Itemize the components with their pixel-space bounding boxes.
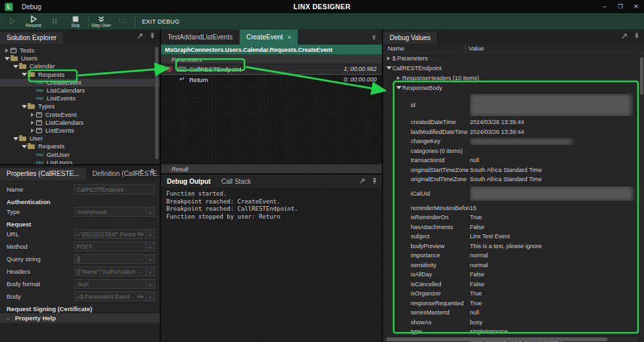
debug-value-row[interactable]: typesingleInstance [383, 327, 644, 337]
debug-value-row[interactable]: hasAttachmentsFalse [383, 223, 644, 232]
property-input-body[interactable]: =$.Parameters.Event≡x [74, 291, 146, 301]
function-node-return[interactable]: ↵Return0; 00:00.000 [161, 75, 382, 85]
tree-item-getuser[interactable]: FNCGetUser [0, 150, 160, 158]
expanded-arrow-icon[interactable] [20, 145, 28, 148]
tree-item-user[interactable]: User [0, 135, 160, 142]
debug-value-row[interactable]: isAllDayFalse [383, 270, 644, 280]
debug-value-row[interactable]: originalStartTimeZoneSouth Africa Standa… [383, 165, 644, 175]
dropdown-chevron-icon[interactable]: ⌄ [146, 229, 155, 239]
tab-properties[interactable]: Properties (CallRESTE... [0, 168, 86, 180]
collapsed-arrow-icon[interactable] [29, 129, 36, 133]
result-bar[interactable]: Result [161, 164, 382, 173]
function-node-callrestendpoint[interactable]: RESTCallRESTEndpoint1; 00:00.982 [161, 64, 382, 75]
parameters-bar[interactable]: Parameters [161, 54, 382, 64]
minimize-button[interactable]: – [597, 0, 612, 13]
debug-value-row[interactable]: transactionIdnull [383, 156, 644, 165]
close-button[interactable]: ✕ [628, 0, 644, 13]
pin-icon[interactable] [371, 178, 378, 184]
tree-item-listevents[interactable]: ListEvents [0, 127, 160, 135]
debug-value-row[interactable]: bodyPreviewThis is a test, please ignore [383, 242, 644, 251]
collapsed-arrow-icon[interactable] [395, 76, 402, 80]
toolbar-button-stop[interactable]: Stop [65, 13, 86, 30]
tree-item-calendar[interactable]: Calendar [0, 62, 160, 70]
expanded-arrow-icon[interactable] [12, 137, 19, 140]
debug-value-row[interactable]: importancenormal [383, 251, 644, 261]
tree-item-listusers[interactable]: FNCListUsers [0, 159, 160, 164]
property-input-headers[interactable]: [{"Name":"Authorization","V… [74, 267, 146, 276]
debug-value-row[interactable]: isCancelledFalse [383, 280, 644, 289]
tree-item-creteevent[interactable]: CreteEvent [0, 111, 160, 119]
debug-value-row[interactable]: responseRequestedTrue [383, 299, 644, 309]
pin-icon[interactable] [149, 33, 156, 39]
column-value[interactable]: Value [465, 44, 644, 53]
tab-testaddandlistevents[interactable]: TestAddandListEvents [161, 30, 240, 45]
debug-value-row[interactable]: showAsbusy [383, 318, 644, 328]
column-name[interactable]: Name [383, 44, 465, 53]
debug-value-node-responsebody[interactable]: ResponseBody [383, 83, 644, 93]
debug-value-row[interactable]: isReminderOnTrue [383, 213, 644, 223]
dropdown-chevron-icon[interactable]: ⌄ [146, 254, 155, 264]
breakpoint-gutter[interactable] [161, 66, 177, 72]
tree-item-tests[interactable]: Tests [0, 47, 160, 54]
expression-editor-icon[interactable]: ≡x [137, 231, 143, 237]
tree-item-listevents[interactable]: FNCListEvents [0, 95, 160, 102]
vertical-scrollbar[interactable] [640, 53, 643, 336]
expanded-arrow-icon[interactable] [385, 66, 392, 70]
tree-item-listcalendars[interactable]: FNCListCalendars [0, 87, 160, 95]
debug-value-row[interactable]: sensitivitynormal [383, 261, 644, 270]
property-input-method[interactable]: POST [74, 242, 146, 251]
debug-value-row[interactable]: originalEndTimeZoneSouth Africa Standard… [383, 175, 644, 184]
dropdown-chevron-icon[interactable]: ⌄ [146, 267, 155, 276]
dropdown-chevron-icon[interactable]: ⌄ [146, 242, 155, 251]
ellipsis-icon[interactable]: … [138, 268, 143, 274]
debug-value-row[interactable]: lastModifiedDateTime2024/03/26 13:39:44 [383, 127, 644, 137]
expanded-arrow-icon[interactable] [20, 73, 28, 76]
expanded-arrow-icon[interactable] [20, 105, 28, 108]
pin-icon[interactable] [149, 169, 156, 175]
debug-value-row[interactable]: seriesMasterIdnull [383, 308, 644, 318]
debug-value-row[interactable]: iCalUId [383, 184, 644, 203]
dropdown-chevron-icon[interactable]: ⌄ [146, 291, 155, 301]
expanded-arrow-icon[interactable] [395, 86, 402, 89]
tree-item-requests[interactable]: Requests [0, 71, 160, 79]
expression-editor-icon[interactable]: ≡x [137, 293, 143, 299]
tab-debug-output[interactable]: Debug Output [167, 178, 211, 185]
collapsed-arrow-icon[interactable] [29, 121, 36, 125]
breakpoint-icon[interactable] [166, 66, 172, 72]
pin-icon[interactable] [633, 33, 640, 39]
property-input-query-string[interactable]: []… [74, 254, 146, 264]
restore-button[interactable]: ❐ [612, 0, 628, 13]
collapsed-arrow-icon[interactable] [3, 49, 11, 53]
solution-explorer-scrollbar[interactable] [155, 47, 158, 159]
tree-item-users[interactable]: Users [0, 54, 160, 62]
popout-icon[interactable] [137, 33, 143, 39]
expanded-arrow-icon[interactable] [12, 65, 19, 68]
tree-item-listcalendars[interactable]: ListCalendars [0, 119, 160, 127]
tree-item-types[interactable]: Types [0, 102, 160, 110]
pin-icon[interactable] [371, 35, 377, 41]
expanded-arrow-icon[interactable] [3, 57, 11, 60]
close-tab-icon[interactable]: × [288, 34, 291, 41]
exit-debug-button[interactable]: EXIT DEBUG [142, 18, 179, 25]
property-help-header[interactable]: ⌄ Property Help [0, 312, 160, 323]
property-input-body-format[interactable]: Json [74, 279, 146, 289]
dropdown-chevron-icon[interactable]: ⌄ [146, 207, 155, 217]
dropdown-chevron-icon[interactable]: ⌄ [146, 279, 155, 289]
toolbar-button-step-over[interactable]: Step Over [91, 13, 112, 30]
property-input-name[interactable]: CallRESTEndpoint [74, 184, 155, 194]
popout-icon[interactable] [359, 178, 365, 184]
collapsed-arrow-icon[interactable] [385, 56, 392, 60]
debug-value-row[interactable]: id [383, 93, 644, 118]
horizontal-scrollbar[interactable] [384, 337, 638, 341]
debug-value-node-responseheaders-10-items-[interactable]: ResponseHeaders (10 items) [383, 73, 644, 83]
debug-value-node--parameters[interactable]: $.Parameters [383, 53, 644, 63]
collapsed-arrow-icon[interactable] [29, 113, 36, 117]
tab-createevent[interactable]: CreateEvent × [240, 30, 298, 45]
debug-value-row[interactable]: isOrganizerTrue [383, 289, 644, 299]
debug-value-row[interactable]: createdDateTime2024/03/26 13:39:44 [383, 118, 644, 127]
ellipsis-icon[interactable]: … [138, 256, 143, 262]
debug-value-row[interactable]: reminderMinutesBeforeS15 [383, 203, 644, 213]
tree-item-createevent[interactable]: FNCCreateEvent [0, 79, 160, 87]
toolbar-button-resume[interactable]: Resume [23, 13, 44, 30]
popout-icon[interactable] [621, 33, 628, 39]
